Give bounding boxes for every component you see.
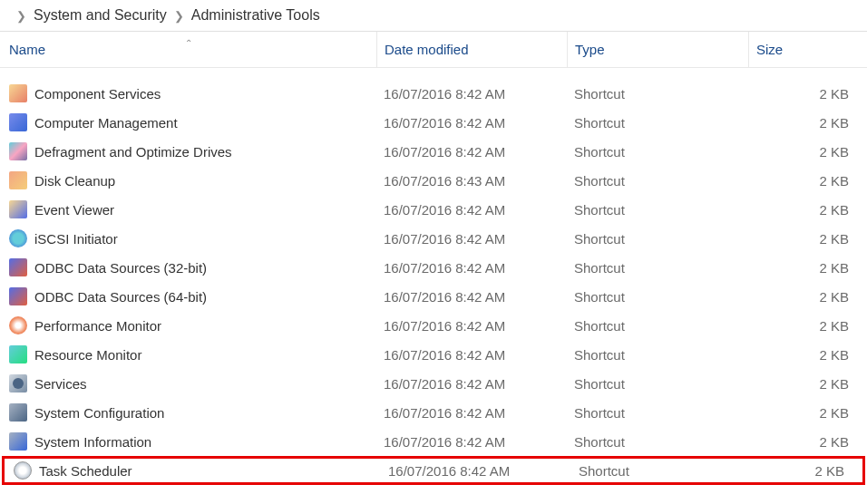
defragment-icon — [9, 142, 27, 160]
file-date-cell: 16/07/2016 8:42 AM — [376, 108, 567, 137]
file-date-cell: 16/07/2016 8:42 AM — [376, 340, 567, 369]
file-size-cell: 2 KB — [748, 137, 867, 166]
chevron-right-icon: ❯ — [16, 9, 26, 23]
resource-monitor-icon — [9, 345, 27, 363]
file-name-cell: ODBC Data Sources (32-bit) — [0, 258, 376, 276]
file-size-cell: 2 KB — [748, 224, 867, 253]
performance-monitor-icon — [9, 316, 27, 334]
file-date-cell: 16/07/2016 8:42 AM — [376, 282, 567, 311]
file-type-cell: Shortcut — [567, 137, 748, 166]
file-size-cell: 2 KB — [748, 427, 867, 456]
breadcrumb[interactable]: ❯ System and Security ❯ Administrative T… — [0, 0, 867, 32]
file-size-cell: 2 KB — [748, 108, 867, 137]
file-size-cell: 2 KB — [748, 79, 867, 108]
file-row[interactable]: Computer Management16/07/2016 8:42 AMSho… — [0, 108, 867, 137]
file-name-cell: ODBC Data Sources (64-bit) — [0, 287, 376, 305]
task-scheduler-icon — [14, 461, 32, 480]
file-type-cell: Shortcut — [567, 427, 748, 456]
file-date-cell: 16/07/2016 8:42 AM — [376, 311, 567, 340]
file-date-cell: 16/07/2016 8:42 AM — [376, 398, 567, 427]
file-type-cell: Shortcut — [567, 340, 748, 369]
system-information-icon — [9, 432, 27, 451]
column-header-date-label: Date modified — [385, 42, 469, 57]
column-header-type[interactable]: Type — [567, 32, 748, 67]
file-name-cell: Component Services — [0, 84, 376, 102]
odbc-32-icon — [9, 258, 27, 276]
file-name-cell: Task Scheduler — [5, 461, 381, 480]
sort-ascending-icon: ⌃ — [185, 38, 192, 48]
file-date-cell: 16/07/2016 8:42 AM — [376, 224, 567, 253]
services-icon — [9, 374, 27, 393]
breadcrumb-segment-2[interactable]: Administrative Tools — [191, 7, 320, 24]
file-row[interactable]: iSCSI Initiator16/07/2016 8:42 AMShortcu… — [0, 224, 867, 253]
file-row[interactable]: Event Viewer16/07/2016 8:42 AMShortcut2 … — [0, 195, 867, 224]
file-row[interactable]: System Information16/07/2016 8:42 AMShor… — [0, 427, 867, 456]
file-name-label: Task Scheduler — [39, 463, 132, 479]
chevron-right-icon: ❯ — [174, 9, 184, 23]
file-type-cell: Shortcut — [567, 369, 748, 398]
file-type-cell: Shortcut — [567, 79, 748, 108]
column-header-type-label: Type — [575, 42, 605, 57]
file-row[interactable]: Services16/07/2016 8:42 AMShortcut2 KB — [0, 369, 867, 398]
file-name-label: ODBC Data Sources (64-bit) — [34, 289, 207, 305]
file-date-cell: 16/07/2016 8:42 AM — [376, 369, 567, 398]
file-name-label: Services — [34, 376, 87, 392]
column-header-row: ⌃ Name Date modified Type Size — [0, 32, 867, 68]
file-date-cell: 16/07/2016 8:42 AM — [376, 253, 567, 282]
file-row[interactable]: System Configuration16/07/2016 8:42 AMSh… — [0, 398, 867, 427]
file-row[interactable]: ODBC Data Sources (32-bit)16/07/2016 8:4… — [0, 253, 867, 282]
column-header-size-label: Size — [756, 42, 783, 57]
file-size-cell: 2 KB — [748, 398, 867, 427]
file-name-label: Event Viewer — [34, 202, 114, 218]
file-date-cell: 16/07/2016 8:43 AM — [376, 166, 567, 195]
file-row[interactable]: Component Services16/07/2016 8:42 AMShor… — [0, 79, 867, 108]
file-size-cell: 2 KB — [748, 340, 867, 369]
computer-management-icon — [9, 113, 27, 131]
file-size-cell: 2 KB — [753, 460, 862, 481]
file-row[interactable]: Performance Monitor16/07/2016 8:42 AMSho… — [0, 311, 867, 340]
file-name-label: Performance Monitor — [34, 318, 161, 334]
file-name-cell: System Information — [0, 432, 376, 451]
file-name-cell: Services — [0, 374, 376, 393]
file-name-cell: System Configuration — [0, 403, 376, 422]
event-viewer-icon — [9, 200, 27, 218]
file-type-cell: Shortcut — [567, 195, 748, 224]
file-row[interactable]: ODBC Data Sources (64-bit)16/07/2016 8:4… — [0, 282, 867, 311]
file-type-cell: Shortcut — [571, 460, 753, 481]
file-type-cell: Shortcut — [567, 398, 748, 427]
file-row[interactable]: Task Scheduler16/07/2016 8:42 AMShortcut… — [2, 456, 865, 485]
file-type-cell: Shortcut — [567, 108, 748, 137]
file-name-label: iSCSI Initiator — [34, 231, 118, 247]
file-type-cell: Shortcut — [567, 282, 748, 311]
file-type-cell: Shortcut — [567, 311, 748, 340]
file-list: Component Services16/07/2016 8:42 AMShor… — [0, 79, 867, 485]
file-date-cell: 16/07/2016 8:42 AM — [376, 137, 567, 166]
file-row[interactable]: Disk Cleanup16/07/2016 8:43 AMShortcut2 … — [0, 166, 867, 195]
file-name-cell: Disk Cleanup — [0, 171, 376, 189]
column-header-size[interactable]: Size — [748, 32, 867, 67]
file-name-label: Component Services — [34, 86, 161, 102]
file-name-cell: Computer Management — [0, 113, 376, 131]
column-header-name[interactable]: ⌃ Name — [0, 42, 376, 57]
file-name-cell: iSCSI Initiator — [0, 229, 376, 247]
file-date-cell: 16/07/2016 8:42 AM — [376, 79, 567, 108]
file-size-cell: 2 KB — [748, 282, 867, 311]
file-name-label: System Information — [34, 434, 151, 450]
file-name-label: Defragment and Optimize Drives — [34, 144, 232, 160]
breadcrumb-segment-1[interactable]: System and Security — [34, 7, 167, 24]
file-name-label: Computer Management — [34, 115, 178, 131]
file-date-cell: 16/07/2016 8:42 AM — [381, 460, 571, 481]
file-name-label: System Configuration — [34, 405, 164, 421]
file-row[interactable]: Defragment and Optimize Drives16/07/2016… — [0, 137, 867, 166]
file-size-cell: 2 KB — [748, 253, 867, 282]
column-header-name-label: Name — [9, 42, 45, 57]
file-name-cell: Performance Monitor — [0, 316, 376, 334]
odbc-64-icon — [9, 287, 27, 305]
column-header-date[interactable]: Date modified — [376, 32, 567, 67]
file-row[interactable]: Resource Monitor16/07/2016 8:42 AMShortc… — [0, 340, 867, 369]
file-type-cell: Shortcut — [567, 253, 748, 282]
file-name-cell: Defragment and Optimize Drives — [0, 142, 376, 160]
disk-cleanup-icon — [9, 171, 27, 189]
file-size-cell: 2 KB — [748, 369, 867, 398]
iscsi-initiator-icon — [9, 229, 27, 247]
